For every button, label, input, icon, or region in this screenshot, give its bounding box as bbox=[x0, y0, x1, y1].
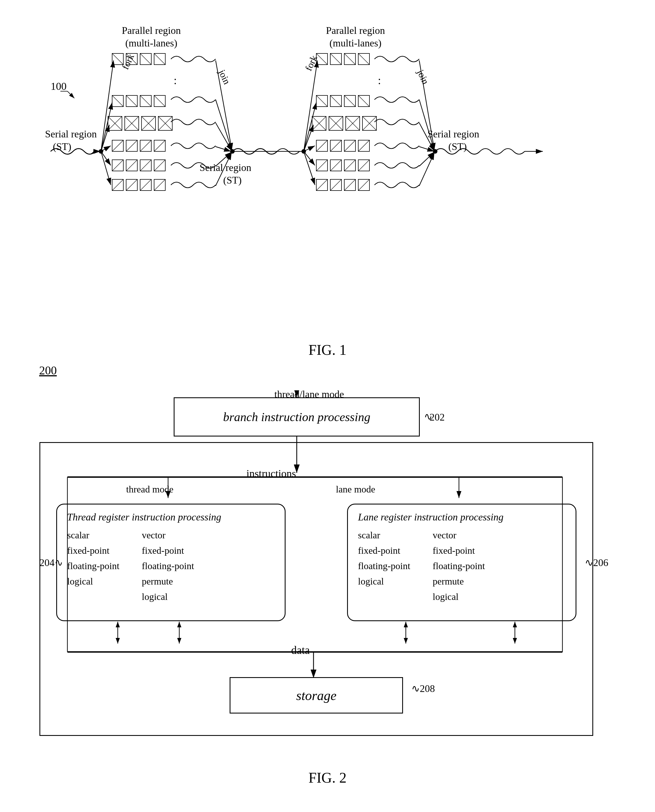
svg-line-44 bbox=[112, 160, 123, 171]
svg-line-113 bbox=[316, 160, 328, 171]
svg-line-123 bbox=[330, 179, 341, 191]
fig2-caption: FIG. 2 bbox=[39, 769, 616, 786]
svg-line-64 bbox=[101, 151, 111, 165]
lane-col1-item2: fixed-point bbox=[358, 543, 410, 558]
lane-col2-item4: permute bbox=[433, 574, 485, 589]
lane-register-title: Lane register instruction processing bbox=[358, 511, 566, 523]
thread-register-col1: scalar fixed-point floating-point logica… bbox=[67, 528, 120, 604]
svg-line-89 bbox=[344, 96, 355, 106]
fig1-right-grid-row6 bbox=[316, 179, 369, 191]
fig1-grid-row1 bbox=[112, 54, 165, 65]
fig1-right-grid-row3 bbox=[312, 116, 377, 130]
svg-line-20 bbox=[140, 96, 151, 106]
svg-line-107 bbox=[330, 140, 341, 151]
svg-line-125 bbox=[344, 179, 355, 191]
fig1-grid-row5 bbox=[112, 160, 165, 171]
svg-line-7 bbox=[112, 54, 123, 65]
thread-col2-item1: vector bbox=[142, 528, 194, 542]
thread-ref-204: 204∿ bbox=[40, 557, 63, 569]
svg-line-119 bbox=[358, 160, 369, 171]
fig1-section: 100 Serial region (ST) fork Parallel reg… bbox=[0, 0, 655, 364]
svg-line-87 bbox=[330, 96, 341, 106]
lane-col2-item3: floating-point bbox=[433, 559, 485, 573]
fig1-right-grid-row1 bbox=[316, 54, 369, 65]
thread-col2-item4: permute bbox=[142, 574, 194, 589]
svg-line-121 bbox=[316, 179, 328, 191]
svg-text::: : bbox=[378, 74, 381, 87]
svg-line-133 bbox=[304, 151, 315, 165]
fig1-parallel1-label: Parallel region bbox=[122, 25, 181, 36]
svg-text:(ST): (ST) bbox=[223, 175, 241, 186]
svg-line-127 bbox=[358, 179, 369, 191]
svg-line-80 bbox=[344, 54, 355, 65]
lane-col2-item5: logical bbox=[433, 590, 485, 604]
svg-line-105 bbox=[316, 140, 328, 151]
svg-line-52 bbox=[112, 179, 123, 191]
svg-line-11 bbox=[140, 54, 151, 65]
thread-register-box: Thread register instruction processing s… bbox=[56, 504, 286, 621]
lane-register-cols: scalar fixed-point floating-point logica… bbox=[358, 528, 566, 604]
thread-col2-item2: fixed-point bbox=[142, 543, 194, 558]
svg-line-16 bbox=[112, 96, 123, 106]
tilde-202: ∿ bbox=[424, 411, 432, 422]
lane-register-col2: vector fixed-point floating-point permut… bbox=[433, 528, 485, 604]
svg-line-36 bbox=[112, 140, 123, 151]
svg-line-50 bbox=[154, 160, 165, 171]
lane-register-col1: scalar fixed-point floating-point logica… bbox=[358, 528, 410, 604]
fig1-grid-row3 bbox=[108, 116, 172, 130]
svg-line-68 bbox=[216, 100, 232, 151]
svg-line-13 bbox=[154, 54, 165, 65]
svg-line-115 bbox=[330, 160, 341, 171]
lane-col2-item2: fixed-point bbox=[433, 543, 485, 558]
fig1-right-grid-row2 bbox=[316, 96, 369, 106]
fig2-diagram: thread/lane mode branch instruction proc… bbox=[40, 381, 615, 758]
thread-register-title: Thread register instruction processing bbox=[67, 511, 275, 523]
fig2-section: 200 thread/lane mode branch instruction … bbox=[0, 364, 655, 808]
fig1-grid-row6 bbox=[112, 179, 165, 191]
svg-line-65 bbox=[101, 151, 111, 185]
svg-line-117 bbox=[344, 160, 355, 171]
svg-line-111 bbox=[358, 140, 369, 151]
svg-text::: : bbox=[174, 74, 177, 87]
svg-line-22 bbox=[154, 96, 165, 106]
svg-text:(ST): (ST) bbox=[448, 141, 467, 152]
branch-box: branch instruction processing bbox=[174, 398, 420, 436]
fig1-caption: FIG. 1 bbox=[34, 342, 621, 358]
svg-line-38 bbox=[126, 140, 137, 151]
fig1-serial-mid: Serial region bbox=[200, 162, 251, 173]
lane-register-box: Lane register instruction processing sca… bbox=[347, 504, 577, 621]
thread-col1-item1: scalar bbox=[67, 528, 120, 542]
svg-line-70 bbox=[216, 146, 231, 151]
thread-col1-item4: logical bbox=[67, 574, 120, 589]
svg-line-141 bbox=[419, 153, 434, 186]
lane-col1-item4: logical bbox=[358, 574, 410, 589]
thread-col2-item3: floating-point bbox=[142, 559, 194, 573]
fig1-ref-100: 100 bbox=[51, 80, 66, 92]
svg-line-85 bbox=[316, 96, 328, 106]
svg-line-109 bbox=[344, 140, 355, 151]
svg-line-54 bbox=[126, 179, 137, 191]
fig1-grid-row4 bbox=[112, 140, 165, 151]
fig1-serial-right: Serial region bbox=[427, 128, 479, 140]
svg-line-134 bbox=[304, 151, 315, 185]
storage-box: storage bbox=[230, 677, 403, 713]
lane-ref-206: ∿206 bbox=[585, 557, 608, 569]
thread-col2-item5: logical bbox=[142, 590, 194, 604]
thread-col1-item2: fixed-point bbox=[67, 543, 120, 558]
svg-text:(multi-lanes): (multi-lanes) bbox=[125, 37, 177, 49]
svg-line-18 bbox=[126, 96, 137, 106]
fig1-right-grid-row4 bbox=[316, 140, 369, 151]
svg-line-42 bbox=[154, 140, 165, 151]
svg-line-40 bbox=[140, 140, 151, 151]
fig1-serial-left: Serial region bbox=[45, 128, 97, 140]
lane-col1-item1: scalar bbox=[358, 528, 410, 542]
storage-ref-208: ∿208 bbox=[411, 683, 435, 695]
storage-text: storage bbox=[296, 688, 337, 703]
lane-col1-item3: floating-point bbox=[358, 559, 410, 573]
fig1-grid-row2 bbox=[112, 96, 165, 106]
svg-line-56 bbox=[140, 179, 151, 191]
svg-line-3 bbox=[68, 91, 74, 98]
svg-text:(ST): (ST) bbox=[53, 141, 71, 152]
branch-box-text: branch instruction processing bbox=[223, 410, 370, 424]
svg-text:(multi-lanes): (multi-lanes) bbox=[329, 37, 381, 49]
